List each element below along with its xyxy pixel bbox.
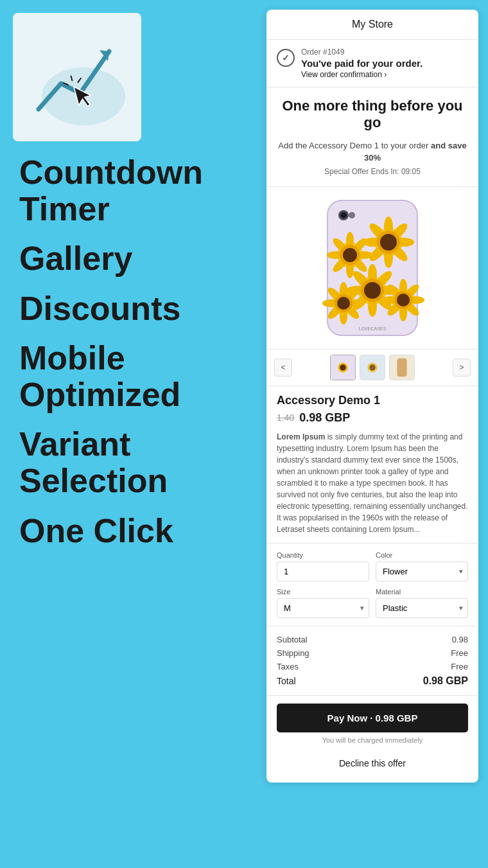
product-image-svg: LOVECASES [315,197,430,339]
feature-countdown-timer: Countdown Timer [19,154,254,227]
upsell-headline: One more thing before you go [277,98,468,132]
cta-section: Pay Now · 0.98 GBP You will be charged i… [266,696,478,783]
svg-point-71 [369,364,376,371]
svg-point-53 [337,297,350,310]
price-current: 0.98 GBP [299,411,350,425]
subtotal-label: Subtotal [277,635,308,644]
shipping-row: Shipping Free [277,646,468,660]
material-select-wrapper: Plastic ▾ [376,598,468,618]
size-label: Size [277,588,369,596]
thumbnail-gallery: < [266,350,478,386]
feature-one-click: One Click [19,513,254,549]
size-select-wrapper: M ▾ [277,598,369,618]
variant-row-2: Size M ▾ Material Plastic ▾ [277,588,468,618]
feature-mobile-optimized: Mobile Optimized [19,340,254,413]
quantity-label: Quantity [277,551,369,559]
size-field: Size M ▾ [277,588,369,618]
order-info: Order #1049 You've paid for your order. … [301,48,423,79]
variant-section: Quantity Color Flower ▾ Size M [266,544,478,626]
total-row: Total 0.98 GBP [277,673,468,689]
quantity-input[interactable] [277,562,369,581]
view-order-link[interactable]: View order confirmation › [301,70,423,79]
feature-discounts: Discounts [19,290,254,327]
svg-point-31 [343,248,357,262]
product-image-area: LOVECASES [266,187,478,350]
color-label: Color [376,551,468,559]
svg-rect-73 [397,359,406,377]
upsell-offer-text: Add the Accessory Demo 1 to your order a… [277,139,468,164]
decline-offer-button[interactable]: Decline this offer [277,752,468,775]
thumbnail-items [296,355,449,380]
total-value: 0.98 GBP [423,675,468,687]
description-text: is simply dummy text of the printing and… [277,432,468,534]
price-original: 1.40 [277,412,294,423]
gallery-next-button[interactable]: > [453,359,471,376]
color-select-wrapper: Flower ▾ [376,562,468,581]
taxes-value: Free [451,662,468,671]
pay-now-button[interactable]: Pay Now · 0.98 GBP [277,704,468,732]
left-panel: Countdown Timer Gallery Discounts Mobile… [0,0,266,575]
quantity-field: Quantity [277,551,369,581]
feature-list: Countdown Timer Gallery Discounts Mobile… [13,154,254,562]
timer-text: Special Offer Ends In: 09:05 [277,167,468,176]
product-main-image: LOVECASES [315,197,430,339]
taxes-label: Taxes [277,662,299,671]
gallery-prev-button[interactable]: < [274,359,292,376]
logo-box [13,13,141,141]
upsell-section: One more thing before you go Add the Acc… [266,87,478,187]
feature-variant-selection: Variant Selection [19,426,254,499]
svg-point-20 [380,234,397,251]
taxes-row: Taxes Free [277,660,468,673]
svg-point-42 [364,282,381,299]
svg-point-8 [340,212,347,218]
order-confirmation: Order #1049 You've paid for your order. … [266,40,478,87]
material-label: Material [376,588,468,596]
subtotal-value: 0.98 [452,635,468,644]
thumbnail-2[interactable] [360,355,385,380]
svg-point-64 [397,294,410,306]
variant-row-1: Quantity Color Flower ▾ [277,551,468,581]
check-circle-icon [277,49,295,67]
thumbnail-1[interactable] [330,355,356,380]
subtotal-row: Subtotal 0.98 [277,633,468,646]
shipping-value: Free [451,648,468,658]
charge-notice: You will be charged immediately [277,736,468,744]
store-header: My Store [266,10,478,40]
product-name: Accessory Demo 1 [277,394,468,407]
color-field: Color Flower ▾ [376,551,468,581]
product-price: 1.40 0.98 GBP [277,411,468,425]
store-title: My Store [352,19,393,30]
svg-point-9 [349,212,355,218]
total-label: Total [277,676,296,686]
size-select[interactable]: M [277,598,369,618]
thumbnail-3[interactable] [389,355,415,380]
material-field: Material Plastic ▾ [376,588,468,618]
product-description: Lorem Ipsum is simply dummy text of the … [277,431,468,535]
offer-prefix: Add the Accessory Demo 1 to your order [278,141,431,150]
description-bold: Lorem Ipsum [277,432,325,441]
order-summary: Subtotal 0.98 Shipping Free Taxes Free T… [266,626,478,696]
trend-icon [26,26,128,128]
material-select[interactable]: Plastic [376,598,468,618]
order-paid-message: You've paid for your order. [301,58,423,69]
shipping-label: Shipping [277,648,309,658]
order-number: Order #1049 [301,48,423,57]
product-details: Accessory Demo 1 1.40 0.98 GBP Lorem Ips… [266,386,478,544]
color-select[interactable]: Flower [376,562,468,581]
svg-text:LOVECASES: LOVECASES [359,326,387,331]
store-card: My Store Order #1049 You've paid for you… [266,10,478,783]
feature-gallery: Gallery [19,240,254,277]
svg-point-68 [340,364,346,371]
